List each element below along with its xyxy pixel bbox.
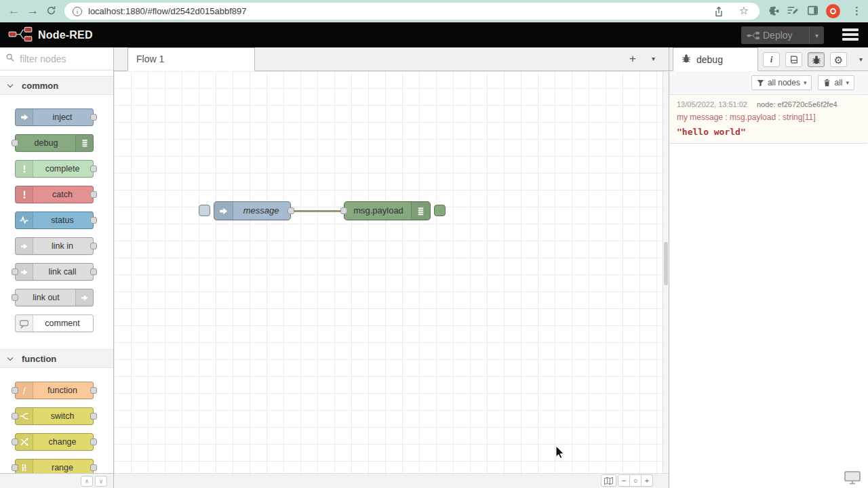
- exclaim-icon: [16, 186, 33, 203]
- canvas-footer: − ○ +: [114, 473, 669, 488]
- browser-reload-icon[interactable]: [46, 5, 56, 18]
- deploy-icon: [747, 30, 760, 41]
- help-tab-button[interactable]: [785, 52, 802, 67]
- collapse-all-button[interactable]: ∧: [81, 476, 93, 487]
- site-info-icon[interactable]: i: [73, 7, 82, 16]
- port-in: [12, 464, 18, 471]
- palette-node-change[interactable]: change: [15, 433, 94, 451]
- port-in: [12, 268, 18, 275]
- info-tab-button[interactable]: i: [763, 52, 780, 67]
- navigator-button[interactable]: [601, 474, 616, 487]
- deploy-caret-icon[interactable]: ▾: [809, 26, 824, 44]
- sidebar-tabbar: debug i ⚙ ▾: [669, 47, 868, 71]
- inject-trigger-button[interactable]: [199, 205, 210, 216]
- node-palette: commoninjectdebugcompletecatchstatuslink…: [0, 47, 114, 488]
- wire[interactable]: [294, 210, 344, 212]
- debug-message[interactable]: 13/05/2022, 13:51:02node: ef26720c5e6f2f…: [670, 95, 867, 144]
- palette-node-comment[interactable]: comment: [15, 314, 94, 332]
- filter-nodes-input[interactable]: [20, 54, 101, 64]
- link-icon: [16, 238, 33, 254]
- palette-node-switch[interactable]: switch: [15, 407, 94, 425]
- funnel-icon: [757, 79, 764, 87]
- flow-node-debug[interactable]: msg.payload: [344, 201, 431, 220]
- port-out: [90, 114, 97, 121]
- port-in: [12, 387, 18, 394]
- filter-nodes-button[interactable]: all nodes ▾: [751, 75, 812, 90]
- palette-search[interactable]: [0, 47, 113, 70]
- deploy-button[interactable]: Deploy ▾: [741, 26, 824, 44]
- output-port[interactable]: [288, 207, 294, 214]
- add-flow-button[interactable]: +: [629, 53, 636, 64]
- palette-node-link-out[interactable]: link out: [15, 289, 94, 306]
- palette-node-label: inject: [33, 109, 92, 125]
- address-bar[interactable]: i localhost:1880/#flow/d2542d015abbf897 …: [64, 3, 760, 20]
- browser-back-icon[interactable]: ←: [8, 5, 20, 16]
- palette-node-link-call[interactable]: link call: [15, 263, 94, 281]
- category-label: common: [22, 81, 58, 91]
- sidebar-menu-caret-icon[interactable]: ▾: [859, 56, 863, 63]
- extensions-puzzle-icon[interactable]: [768, 5, 780, 18]
- tab-flow-1[interactable]: Flow 1: [127, 47, 255, 71]
- palette-node-function[interactable]: ƒfunction: [15, 382, 94, 399]
- search-icon: [6, 54, 14, 64]
- share-icon[interactable]: [713, 6, 724, 19]
- zoom-reset-button[interactable]: ○: [629, 474, 642, 487]
- main-menu-icon[interactable]: [842, 28, 859, 43]
- clear-messages-button[interactable]: all ▾: [818, 75, 854, 90]
- flow-menu-caret-icon[interactable]: ▾: [652, 55, 655, 62]
- palette-node-label: complete: [33, 161, 92, 177]
- flow-canvas[interactable]: message msg.payload: [114, 71, 669, 473]
- reading-list-icon[interactable]: [787, 5, 798, 18]
- node-label: message: [233, 202, 289, 220]
- debug-icon: [75, 135, 93, 151]
- nodered-logo-icon: [8, 26, 33, 45]
- debug-filterbar: all nodes ▾ all ▾: [669, 71, 868, 95]
- deploy-label: Deploy: [763, 30, 793, 41]
- palette-category-function[interactable]: function: [0, 349, 113, 368]
- palette-node-catch[interactable]: catch: [15, 186, 94, 203]
- debug-tab-button[interactable]: [808, 52, 825, 67]
- flow-node-inject[interactable]: message: [214, 201, 291, 220]
- side-panel-icon[interactable]: [807, 5, 818, 18]
- port-in: [12, 439, 18, 445]
- tab-debug[interactable]: debug: [673, 47, 758, 71]
- expand-all-button[interactable]: ∨: [95, 476, 107, 487]
- palette-category-common[interactable]: common: [0, 76, 113, 95]
- url-text: localhost:1880/#flow/d2542d015abbf897: [88, 6, 246, 16]
- node-label: msg.payload: [346, 202, 411, 220]
- config-tab-button[interactable]: ⚙: [830, 52, 847, 67]
- palette-node-label: comment: [33, 315, 92, 331]
- palette-node-link-in[interactable]: link in: [15, 237, 94, 255]
- browser-forward-icon[interactable]: →: [27, 5, 39, 16]
- link-icon: [75, 289, 93, 306]
- port-out: [90, 413, 97, 420]
- zoom-controls: − ○ +: [618, 474, 653, 487]
- port-out: [90, 464, 97, 471]
- debug-sidebar: debug i ⚙ ▾ all nodes ▾ a: [669, 47, 868, 488]
- chevron-down-icon: [7, 354, 13, 360]
- profile-avatar[interactable]: [826, 4, 840, 18]
- workspace: Flow 1 + ▾ message msg.payload: [114, 47, 669, 488]
- scrollbar-thumb[interactable]: [664, 242, 668, 285]
- flow-tabbar: Flow 1 + ▾: [114, 47, 669, 71]
- palette-node-status[interactable]: status: [15, 211, 94, 229]
- message-payload: "hello world": [677, 127, 862, 137]
- bookmark-star-icon[interactable]: ☆: [739, 4, 749, 17]
- port-in: [12, 140, 18, 146]
- palette-scroll: commoninjectdebugcompletecatchstatuslink…: [0, 76, 113, 476]
- comment-icon: [16, 315, 33, 331]
- debug-enable-toggle[interactable]: [434, 205, 446, 216]
- sidebar-buttons: i ⚙: [763, 52, 847, 67]
- palette-node-label: function: [33, 382, 92, 399]
- zoom-out-button[interactable]: −: [618, 474, 630, 487]
- palette-node-complete[interactable]: complete: [15, 160, 94, 178]
- palette-node-debug[interactable]: debug: [15, 134, 94, 152]
- port-out: [90, 439, 97, 445]
- palette-node-inject[interactable]: inject: [15, 108, 94, 126]
- palette-footer: ∧ ∨: [0, 473, 113, 488]
- browser-chrome: ← → i localhost:1880/#flow/d2542d015abbf…: [0, 0, 868, 22]
- zoom-in-button[interactable]: +: [641, 474, 653, 487]
- browser-menu-dots-icon[interactable]: ⋮: [852, 5, 862, 17]
- canvas-scrollbar[interactable]: [663, 71, 669, 473]
- avatar-mark: [830, 8, 836, 14]
